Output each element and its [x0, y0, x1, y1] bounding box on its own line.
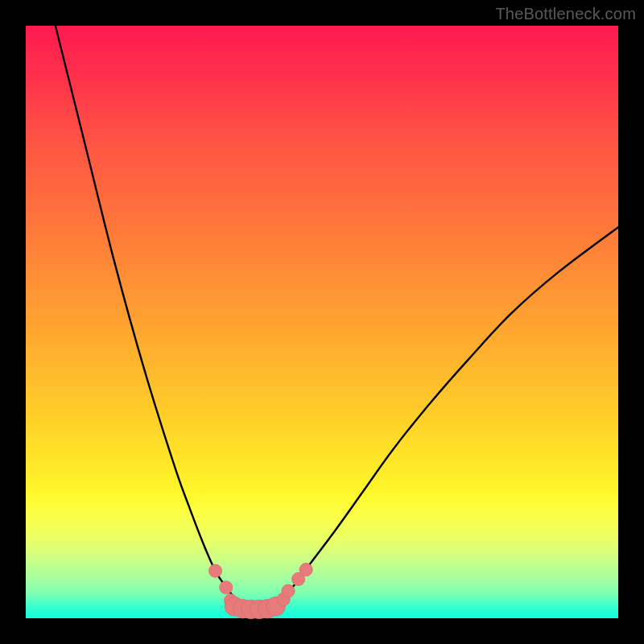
chart-frame: TheBottleneck.com [0, 0, 644, 644]
curve-marker [299, 564, 312, 576]
curve-marker [208, 564, 221, 577]
marker-group [208, 564, 312, 619]
bottleneck-curve [56, 26, 618, 609]
watermark-text: TheBottleneck.com [495, 5, 636, 23]
curve-marker [220, 581, 233, 594]
curve-marker [282, 584, 295, 597]
plot-area [26, 26, 618, 618]
curve-svg [26, 26, 618, 618]
